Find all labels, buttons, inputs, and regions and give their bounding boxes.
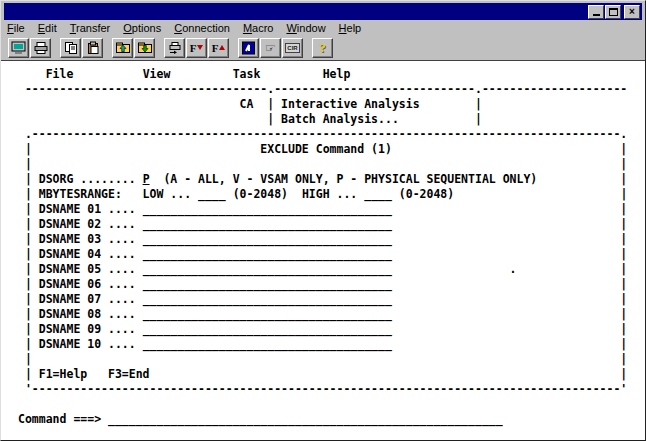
print-screen-icon bbox=[167, 41, 183, 55]
dsname-01-input[interactable]: ____________________________________ bbox=[143, 202, 392, 216]
spacer-row bbox=[18, 397, 645, 412]
command-label: Command ===> bbox=[18, 412, 108, 426]
menu-macro[interactable]: Macro bbox=[243, 22, 281, 34]
mbytesrange-row: | MBYTESRANGE: LOW ... ____ (0-2048) HIG… bbox=[18, 187, 645, 202]
task-dropdown-prefix: CA | bbox=[18, 97, 281, 111]
menu-file[interactable]: File bbox=[7, 22, 32, 34]
host-menu-task[interactable]: Task bbox=[170, 67, 260, 81]
paste-icon bbox=[85, 41, 101, 55]
dsorg-input[interactable]: P bbox=[143, 172, 150, 186]
minimize-button[interactable] bbox=[588, 5, 604, 19]
dsname-04-row: | DSNAME 04 .... _______________________… bbox=[18, 247, 645, 262]
dsname-03-row: | DSNAME 03 .... _______________________… bbox=[18, 232, 645, 247]
dialog-top-border: .---------------------------------------… bbox=[18, 127, 645, 142]
mbytes-high-input[interactable]: ____ bbox=[364, 187, 392, 201]
menu-item-batch-analysis[interactable]: Batch Analysis... bbox=[281, 112, 399, 126]
mbytes-low-input[interactable]: ____ bbox=[198, 187, 226, 201]
dsname-01-row: | DSNAME 01 .... _______________________… bbox=[18, 202, 645, 217]
dsname-09-label: | DSNAME 09 .... bbox=[18, 322, 143, 336]
dialog-blank-row: | | bbox=[18, 157, 645, 172]
copy-button[interactable] bbox=[60, 38, 81, 58]
menu-edit[interactable]: Edit bbox=[38, 22, 64, 34]
dsname-07-row: | DSNAME 07 .... _______________________… bbox=[18, 292, 645, 307]
help-button[interactable]: ? bbox=[312, 38, 333, 58]
menu-item-interactive-analysis[interactable]: Interactive Analysis bbox=[281, 97, 419, 111]
fkeys-row: | F1=Help F3=End | bbox=[18, 367, 645, 382]
dsname-10-label: | DSNAME 10 .... bbox=[18, 337, 143, 351]
dsname-04-input[interactable]: ____________________________________ bbox=[143, 247, 392, 261]
session-button[interactable] bbox=[8, 38, 29, 58]
host-menu-row: File View Task Help bbox=[18, 67, 645, 82]
help-contents-button[interactable] bbox=[238, 38, 259, 58]
dsname-07-label: | DSNAME 07 .... bbox=[18, 292, 143, 306]
close-button[interactable]: × bbox=[624, 5, 640, 19]
cir-icon: CIR bbox=[285, 43, 299, 53]
font-increase-icon: F bbox=[212, 42, 219, 54]
host-menu-view[interactable]: View bbox=[73, 67, 170, 81]
task-dropdown-row-2: | Batch Analysis... | bbox=[18, 112, 645, 127]
menu-bar: File Edit Transfer Options Connection Ma… bbox=[1, 20, 645, 35]
dsname-09-input[interactable]: ____________________________________ bbox=[143, 322, 392, 336]
dsname-02-input[interactable]: ____________________________________ bbox=[143, 217, 392, 231]
paste-button[interactable] bbox=[82, 38, 103, 58]
dsname-03-label: | DSNAME 03 .... bbox=[18, 232, 143, 246]
dialog-blank-row-2: | | bbox=[18, 352, 645, 367]
menu-help[interactable]: Help bbox=[339, 22, 369, 34]
command-row: Command ===> ___________________________… bbox=[18, 412, 645, 427]
font-decrease-button[interactable]: F bbox=[186, 38, 207, 58]
copy-icon bbox=[63, 41, 79, 55]
font-increase-button[interactable]: F bbox=[208, 38, 229, 58]
cir-button[interactable]: CIR bbox=[282, 38, 303, 58]
dsname-04-label: | DSNAME 04 .... bbox=[18, 247, 143, 261]
context-help-button[interactable]: ☞ bbox=[260, 38, 281, 58]
dsname-08-row: | DSNAME 08 .... _______________________… bbox=[18, 307, 645, 322]
dsname-10-row: | DSNAME 10 .... _______________________… bbox=[18, 337, 645, 352]
maximize-button[interactable] bbox=[605, 5, 621, 19]
host-menu-help[interactable]: Help bbox=[260, 67, 350, 81]
menu-options[interactable]: Options bbox=[123, 22, 168, 34]
dsname-02-row: | DSNAME 02 .... _______________________… bbox=[18, 217, 645, 232]
terminal-screen: File View Task Help --------------------… bbox=[1, 60, 645, 440]
close-icon: × bbox=[629, 6, 635, 17]
dsname-06-row: | DSNAME 06 .... _______________________… bbox=[18, 277, 645, 292]
mbytesrange-label: | MBYTESRANGE: LOW ... bbox=[18, 187, 198, 201]
dsname-05-input[interactable]: ____________________________________ bbox=[143, 262, 392, 276]
send-file-button[interactable] bbox=[112, 38, 133, 58]
dsname-06-input[interactable]: ____________________________________ bbox=[143, 277, 392, 291]
dsname-02-label: | DSNAME 02 .... bbox=[18, 217, 143, 231]
dsorg-options-text: (A - ALL, V - VSAM ONLY, P - PHYSICAL SE… bbox=[150, 172, 628, 186]
host-menu-file[interactable]: File bbox=[18, 67, 73, 81]
dsname-03-input[interactable]: ____________________________________ bbox=[143, 232, 392, 246]
menu-transfer[interactable]: Transfer bbox=[70, 22, 118, 34]
dsname-01-label: | DSNAME 01 .... bbox=[18, 202, 143, 216]
dsname-10-input[interactable]: ____________________________________ bbox=[143, 337, 392, 351]
dsname-05-row: | DSNAME 05 .... _______________________… bbox=[18, 262, 645, 277]
task-dropdown-row-1: CA | Interactive Analysis | bbox=[18, 97, 645, 112]
question-mark-icon: ? bbox=[319, 40, 326, 56]
title-bar[interactable]: × bbox=[4, 3, 642, 20]
menu-connection[interactable]: Connection bbox=[174, 22, 237, 34]
dsorg-row: | DSORG ........ P (A - ALL, V - VSAM ON… bbox=[18, 172, 645, 187]
terminal-icon bbox=[11, 41, 27, 55]
host-menu-separator: -----------------------------------.----… bbox=[18, 82, 645, 97]
print-button[interactable] bbox=[30, 38, 51, 58]
print-screen-button[interactable] bbox=[164, 38, 185, 58]
folder-up-arrow-icon bbox=[115, 41, 131, 55]
dsname-08-label: | DSNAME 08 .... bbox=[18, 307, 143, 321]
menu-window[interactable]: Window bbox=[286, 22, 332, 34]
command-input[interactable]: ________________________________________… bbox=[108, 412, 503, 426]
dsorg-label: | DSORG ........ bbox=[18, 172, 143, 186]
dsname-08-input[interactable]: ____________________________________ bbox=[143, 307, 392, 321]
font-decrease-icon: F bbox=[190, 42, 197, 54]
minimize-icon bbox=[593, 14, 600, 16]
dsname-09-row: | DSNAME 09 .... _______________________… bbox=[18, 322, 645, 337]
dialog-bottom-border: '---------------------------------------… bbox=[18, 382, 645, 397]
app-window: × File Edit Transfer Options Connection … bbox=[0, 0, 646, 441]
printer-icon bbox=[33, 41, 49, 55]
dialog-title: EXCLUDE Command (1) bbox=[260, 142, 392, 156]
toolbar: F F ☞ CIR ? bbox=[1, 35, 645, 60]
dsname-05-label: | DSNAME 05 .... bbox=[18, 262, 143, 276]
dsname-07-input[interactable]: ____________________________________ bbox=[143, 292, 392, 306]
receive-file-button[interactable] bbox=[134, 38, 155, 58]
folder-down-arrow-icon bbox=[137, 41, 153, 55]
